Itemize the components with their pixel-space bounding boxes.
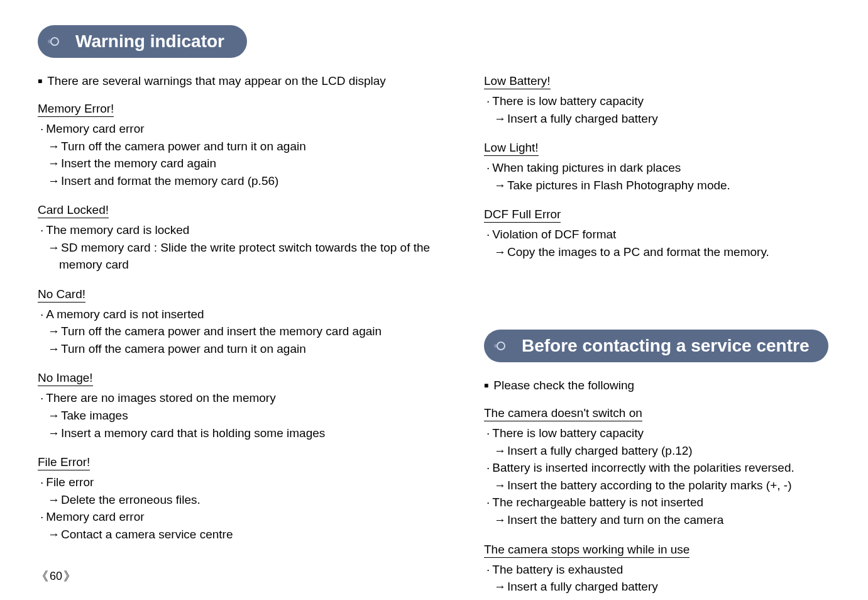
file-error-item-1: ·File error bbox=[40, 474, 459, 491]
dcf-error-fix-1-text: Copy the images to a PC and format the m… bbox=[507, 245, 769, 258]
card-locked-item-text: The memory card is locked bbox=[46, 223, 189, 236]
memory-error-item-text: Memory card error bbox=[46, 122, 144, 135]
no-card-title: No Card! bbox=[38, 287, 85, 303]
no-image-title: No Image! bbox=[38, 371, 93, 386]
angle-right-icon: 》 bbox=[62, 568, 77, 585]
no-switch-fix-2: →Insert the battery according to the pol… bbox=[486, 477, 830, 494]
file-error-title: File Error! bbox=[38, 455, 90, 470]
no-card-fix-1-text: Turn off the camera power and insert the… bbox=[61, 325, 382, 338]
memory-error-fix-1-text: Turn off the camera power and turn it on… bbox=[61, 140, 306, 153]
section-file-error: File Error! ·File error →Delete the erro… bbox=[38, 455, 459, 543]
dcf-error-item-text: Violation of DCF format bbox=[492, 228, 616, 241]
before-contacting-title: Before contacting a service centre bbox=[522, 336, 810, 355]
section-no-switch: The camera doesn't switch on ·There is l… bbox=[484, 406, 830, 528]
lead-before-contacting: ■ Please check the following bbox=[484, 379, 830, 392]
dcf-error-title: DCF Full Error bbox=[484, 208, 561, 223]
low-battery-fix-1: →Insert a fully charged battery bbox=[486, 110, 830, 128]
page-number-value: 60 bbox=[50, 570, 62, 583]
no-switch-item-3: ·The rechargeable battery is not inserte… bbox=[486, 494, 830, 511]
dcf-error-fix-1: →Copy the images to a PC and format the … bbox=[486, 243, 830, 261]
no-switch-item-2-text: Battery is inserted incorrectly with the… bbox=[492, 461, 794, 474]
low-light-item: ·When taking pictures in dark places bbox=[486, 159, 830, 177]
memory-error-title: Memory Error! bbox=[38, 102, 114, 117]
low-light-fix-1: →Take pictures in Flash Photography mode… bbox=[486, 177, 830, 194]
square-bullet-icon: ■ bbox=[38, 77, 42, 86]
no-switch-item-3-text: The rechargeable battery is not inserted bbox=[492, 496, 703, 509]
dcf-error-item: ·Violation of DCF format bbox=[486, 226, 830, 243]
file-error-item-2: ·Memory card error bbox=[40, 508, 459, 526]
pill-dot-icon bbox=[497, 342, 505, 350]
no-switch-item-1-text: There is low battery capacity bbox=[492, 426, 644, 440]
lead-before-contacting-text: Please check the following bbox=[493, 379, 634, 392]
file-error-fix-2-text: Contact a camera service centre bbox=[61, 528, 233, 541]
memory-error-fix-2: →Insert the memory card again bbox=[40, 155, 459, 172]
two-column-body: ■ There are several warnings that may ap… bbox=[38, 74, 830, 600]
no-image-fix-1-text: Take images bbox=[61, 409, 128, 422]
stops-item-2: ·The Camera is turned off automatically bbox=[486, 596, 830, 600]
no-card-fix-2: →Turn off the camera power and turn it o… bbox=[40, 340, 459, 358]
card-locked-fix-1-text: SD memory card : Slide the write protect… bbox=[59, 241, 430, 272]
memory-error-item: ·Memory card error bbox=[40, 120, 459, 138]
no-switch-item-2: ·Battery is inserted incorrectly with th… bbox=[486, 459, 830, 477]
no-switch-title: The camera doesn't switch on bbox=[484, 406, 642, 421]
low-light-fix-1-text: Take pictures in Flash Photography mode. bbox=[507, 179, 730, 192]
lead-warning-text: There are several warnings that may appe… bbox=[47, 74, 386, 88]
file-error-item-2-text: Memory card error bbox=[46, 510, 144, 523]
no-image-fix-2-text: Insert a memory card that is holding som… bbox=[61, 426, 325, 440]
card-locked-fix-1: →SD memory card : Slide the write protec… bbox=[40, 239, 459, 274]
no-card-item: ·A memory card is not inserted bbox=[40, 306, 459, 323]
section-low-light: Low Light! ·When taking pictures in dark… bbox=[484, 141, 830, 194]
no-switch-item-1: ·There is low battery capacity bbox=[486, 425, 830, 442]
low-battery-item: ·There is low battery capacity bbox=[486, 92, 830, 110]
stops-title: The camera stops working while in use bbox=[484, 543, 689, 558]
no-card-item-text: A memory card is not inserted bbox=[46, 308, 204, 321]
section-card-locked: Card Locked! ·The memory card is locked … bbox=[38, 203, 459, 274]
section-no-card: No Card! ·A memory card is not inserted … bbox=[38, 287, 459, 358]
no-card-fix-1: →Turn off the camera power and insert th… bbox=[40, 323, 459, 340]
no-card-fix-2-text: Turn off the camera power and turn it on… bbox=[61, 342, 306, 355]
no-switch-fix-2-text: Insert the battery according to the pola… bbox=[507, 479, 792, 492]
low-battery-item-text: There is low battery capacity bbox=[492, 94, 644, 108]
low-battery-title: Low Battery! bbox=[484, 74, 551, 89]
card-locked-title: Card Locked! bbox=[38, 203, 109, 218]
left-column: ■ There are several warnings that may ap… bbox=[38, 74, 471, 600]
stops-item-1: ·The battery is exhausted bbox=[486, 561, 830, 579]
before-contacting-block: Before contacting a service centre ■ Ple… bbox=[484, 330, 830, 600]
stops-fix-1: →Insert a fully charged battery bbox=[486, 578, 830, 596]
page: Warning indicator ■ There are several wa… bbox=[0, 0, 868, 600]
low-light-title: Low Light! bbox=[484, 141, 539, 156]
square-bullet-icon: ■ bbox=[484, 381, 488, 390]
section-memory-error: Memory Error! ·Memory card error →Turn o… bbox=[38, 102, 459, 189]
no-switch-fix-1-text: Insert a fully charged battery (p.12) bbox=[507, 444, 693, 457]
section-low-battery: Low Battery! ·There is low battery capac… bbox=[484, 74, 830, 127]
file-error-fix-1: →Delete the erroneous files. bbox=[40, 491, 459, 509]
low-battery-fix-1-text: Insert a fully charged battery bbox=[507, 112, 658, 125]
no-image-item: ·There are no images stored on the memor… bbox=[40, 389, 459, 407]
page-number: 《 60 》 bbox=[35, 568, 77, 585]
low-light-item-text: When taking pictures in dark places bbox=[492, 161, 681, 174]
no-image-item-text: There are no images stored on the memory bbox=[46, 391, 275, 404]
file-error-fix-2: →Contact a camera service centre bbox=[40, 526, 459, 543]
lead-warning: ■ There are several warnings that may ap… bbox=[38, 74, 459, 88]
section-dcf-error: DCF Full Error ·Violation of DCF format … bbox=[484, 208, 830, 260]
section-stops: The camera stops working while in use ·T… bbox=[484, 543, 830, 600]
pill-dot-icon bbox=[50, 37, 59, 46]
stops-item-1-text: The battery is exhausted bbox=[492, 563, 623, 576]
warning-indicator-title: Warning indicator bbox=[75, 31, 224, 51]
memory-error-fix-3: →Insert and format the memory card (p.56… bbox=[40, 172, 459, 190]
angle-left-icon: 《 bbox=[35, 568, 50, 585]
memory-error-fix-3-text: Insert and format the memory card (p.56) bbox=[61, 174, 278, 187]
file-error-item-1-text: File error bbox=[46, 475, 94, 489]
section-no-image: No Image! ·There are no images stored on… bbox=[38, 371, 459, 442]
stops-item-2-text: The Camera is turned off automatically bbox=[492, 597, 697, 600]
before-contacting-pill: Before contacting a service centre bbox=[484, 330, 828, 362]
card-locked-item: ·The memory card is locked bbox=[40, 221, 459, 239]
no-image-fix-2: →Insert a memory card that is holding so… bbox=[40, 425, 459, 442]
no-switch-fix-3: →Insert the battery and turn on the came… bbox=[486, 511, 830, 529]
file-error-fix-1-text: Delete the erroneous files. bbox=[61, 493, 201, 506]
stops-fix-1-text: Insert a fully charged battery bbox=[507, 580, 658, 593]
no-switch-fix-1: →Insert a fully charged battery (p.12) bbox=[486, 442, 830, 460]
memory-error-fix-1: →Turn off the camera power and turn it o… bbox=[40, 138, 459, 155]
right-column: Low Battery! ·There is low battery capac… bbox=[471, 74, 830, 600]
warning-indicator-pill: Warning indicator bbox=[38, 25, 247, 58]
